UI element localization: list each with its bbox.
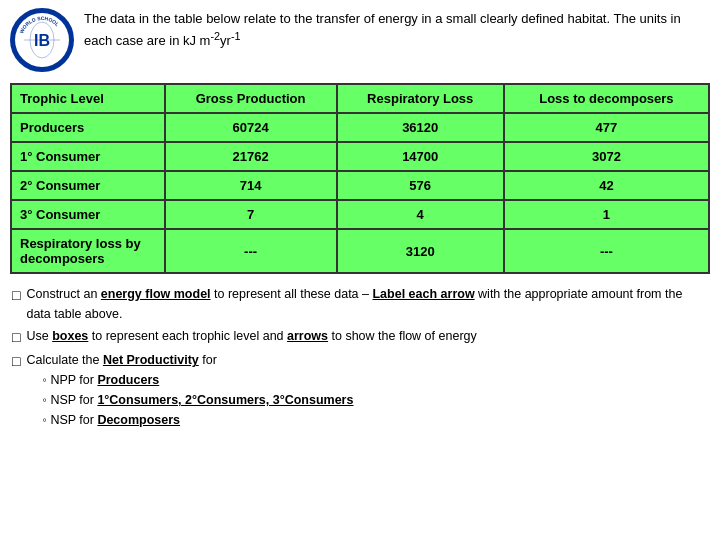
sub-bullet-3: NSP for Decomposers (42, 410, 708, 430)
boxes-text: boxes (52, 329, 88, 343)
table-row: 1° Consumer21762147003072 (11, 142, 709, 171)
instruction-1-text: Construct an energy flow model to repres… (26, 284, 708, 324)
cell-loss-decomposers: 42 (504, 171, 709, 200)
table-header-row: Trophic Level Gross Production Respirato… (11, 84, 709, 113)
header-description: The data in the table below relate to th… (84, 8, 710, 50)
footer-instructions: □ Construct an energy flow model to repr… (0, 274, 720, 442)
energy-table: Trophic Level Gross Production Respirato… (10, 83, 710, 274)
cell-loss-decomposers: --- (504, 229, 709, 273)
cell-respiratory-loss: 36120 (337, 113, 504, 142)
bullet-3-symbol: □ (12, 350, 20, 372)
data-table-container: Trophic Level Gross Production Respirato… (0, 83, 720, 274)
bullet-2-symbol: □ (12, 326, 20, 348)
col-header-resp: Respiratory Loss (337, 84, 504, 113)
cell-gross-production: 7 (165, 200, 337, 229)
cell-respiratory-loss: 3120 (337, 229, 504, 273)
arrows-text: arrows (287, 329, 328, 343)
cell-trophic-level: Producers (11, 113, 165, 142)
sub-bullet-list: NPP for Producers NSP for 1°Consumers, 2… (26, 370, 708, 430)
col-header-gross: Gross Production (165, 84, 337, 113)
cell-trophic-level: 1° Consumer (11, 142, 165, 171)
cell-gross-production: 60724 (165, 113, 337, 142)
table-row: Respiratory loss by decomposers---3120--… (11, 229, 709, 273)
sub-bullet-1: NPP for Producers (42, 370, 708, 390)
table-row: 3° Consumer741 (11, 200, 709, 229)
consumers-text: 1°Consumers, 2°Consumers, 3°Consumers (97, 393, 353, 407)
net-productivity-text: Net Productivity (103, 353, 199, 367)
cell-gross-production: 21762 (165, 142, 337, 171)
cell-loss-decomposers: 3072 (504, 142, 709, 171)
col-header-trophic: Trophic Level (11, 84, 165, 113)
instruction-2: □ Use boxes to represent each trophic le… (12, 326, 708, 348)
decomposers-text: Decomposers (97, 413, 180, 427)
cell-trophic-level: Respiratory loss by decomposers (11, 229, 165, 273)
header-text-main: The data in the table below relate to th… (84, 11, 681, 48)
cell-trophic-level: 3° Consumer (11, 200, 165, 229)
cell-respiratory-loss: 576 (337, 171, 504, 200)
instruction-2-text: Use boxes to represent each trophic leve… (26, 326, 708, 346)
cell-respiratory-loss: 14700 (337, 142, 504, 171)
ib-logo-icon: WORLD SCHOOL IB (10, 8, 74, 72)
header-section: WORLD SCHOOL IB The data in the table be… (0, 0, 720, 83)
cell-gross-production: --- (165, 229, 337, 273)
cell-loss-decomposers: 477 (504, 113, 709, 142)
energy-flow-model-link: energy flow model (101, 287, 211, 301)
producers-text: Producers (97, 373, 159, 387)
bullet-1-symbol: □ (12, 284, 20, 306)
instruction-3-text: Calculate the Net Productivity for NPP f… (26, 350, 708, 430)
instruction-1: □ Construct an energy flow model to repr… (12, 284, 708, 324)
cell-gross-production: 714 (165, 171, 337, 200)
table-row: 2° Consumer71457642 (11, 171, 709, 200)
table-body: Producers60724361204771° Consumer2176214… (11, 113, 709, 273)
cell-loss-decomposers: 1 (504, 200, 709, 229)
cell-trophic-level: 2° Consumer (11, 171, 165, 200)
logo: WORLD SCHOOL IB (10, 8, 74, 75)
cell-respiratory-loss: 4 (337, 200, 504, 229)
sub-bullet-2: NSP for 1°Consumers, 2°Consumers, 3°Cons… (42, 390, 708, 410)
label-each-arrow-text: Label each arrow (372, 287, 474, 301)
col-header-loss: Loss to decomposers (504, 84, 709, 113)
instruction-3: □ Calculate the Net Productivity for NPP… (12, 350, 708, 430)
table-row: Producers6072436120477 (11, 113, 709, 142)
